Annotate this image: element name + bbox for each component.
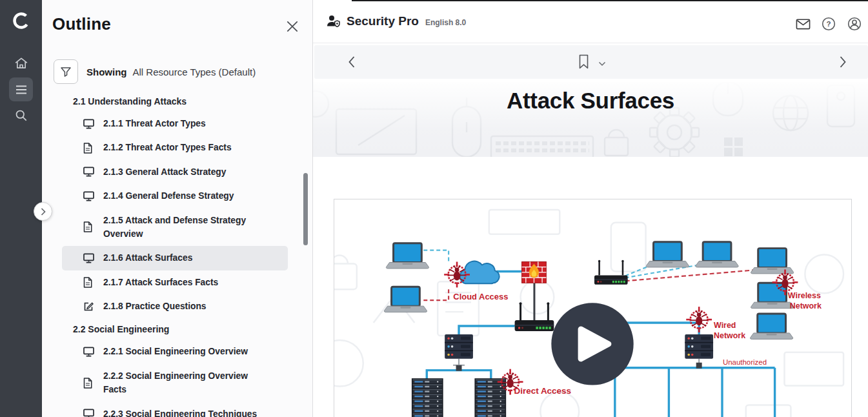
outline-item-label: 2.2.2 Social Engineering Overview Facts bbox=[103, 369, 270, 397]
chevron-down-icon bbox=[598, 61, 606, 66]
outline-item[interactable]: 2.1.5 Attack and Defense Strategy Overvi… bbox=[62, 208, 288, 247]
outline-item[interactable]: 2.1.4 General Defense Strategy bbox=[62, 184, 288, 208]
laptop-icon bbox=[696, 242, 738, 267]
laptop-icon bbox=[751, 314, 793, 339]
resource-filter-value: All Resource Types (Default) bbox=[133, 66, 256, 77]
outline-section-label: 2.2 Social Engineering bbox=[42, 318, 308, 340]
course-security-icon bbox=[326, 14, 341, 30]
help-icon: ? bbox=[822, 17, 836, 31]
bookmark-menu-button[interactable] bbox=[598, 57, 606, 69]
close-outline-button[interactable] bbox=[285, 19, 299, 34]
outline-item-label: 2.2.1 Social Engineering Overview bbox=[103, 345, 248, 358]
monitor-icon bbox=[83, 191, 95, 201]
unauthorized-label: Unauthorized bbox=[723, 358, 767, 366]
help-button[interactable]: ? bbox=[822, 17, 836, 31]
wireless-network-label-2: Network bbox=[790, 301, 822, 310]
outline-item-label: 2.2.3 Social Engineering Techniques bbox=[103, 407, 257, 417]
outline-panel-title: Outline bbox=[52, 14, 111, 34]
cloud-access-label: Cloud Access bbox=[453, 292, 508, 301]
c-logo-icon bbox=[11, 10, 32, 31]
outline-item-label: 2.1.5 Attack and Defense Strategy Overvi… bbox=[103, 214, 270, 241]
profile-icon bbox=[847, 17, 862, 31]
contents-button[interactable] bbox=[9, 77, 33, 101]
outline-section-label: 2.1 Understanding Attacks bbox=[42, 90, 308, 112]
search-icon bbox=[14, 108, 28, 123]
close-icon bbox=[285, 19, 299, 34]
home-icon bbox=[14, 57, 28, 70]
course-language-version: English 8.0 bbox=[425, 18, 466, 27]
firewall-icon bbox=[522, 262, 547, 283]
home-button[interactable] bbox=[0, 51, 42, 76]
document-icon bbox=[83, 143, 95, 154]
outline-item[interactable]: 2.2.2 Social Engineering Overview Facts bbox=[62, 364, 288, 402]
menu-icon bbox=[15, 85, 28, 95]
main-content: Security Pro English 8.0 ? bbox=[313, 0, 868, 417]
chevron-right-icon bbox=[839, 56, 847, 68]
outline-item[interactable]: 2.1.6 Attack Surfaces bbox=[62, 246, 288, 270]
outline-item-label: 2.1.3 General Attack Strategy bbox=[103, 165, 226, 179]
outline-item[interactable]: 2.2.1 Social Engineering Overview bbox=[62, 340, 288, 363]
switch-icon bbox=[685, 334, 713, 359]
monitor-icon bbox=[83, 253, 95, 263]
monitor-icon bbox=[83, 167, 95, 177]
outline-panel: Outline Showing All Resource Types (Defa… bbox=[42, 0, 313, 417]
network-diagram: Cloud Access Direct Access Wireless Netw… bbox=[334, 199, 851, 417]
switch-icon bbox=[445, 334, 473, 359]
next-lesson-button[interactable] bbox=[839, 56, 848, 68]
attack-bug-icon bbox=[686, 307, 712, 332]
filter-button[interactable] bbox=[54, 59, 78, 84]
brand-logo bbox=[0, 10, 42, 31]
outline-item[interactable]: 2.1.3 General Attack Strategy bbox=[62, 160, 288, 184]
filter-funnel-icon bbox=[60, 66, 72, 77]
chevron-left-icon bbox=[348, 56, 356, 68]
search-button[interactable] bbox=[0, 103, 42, 128]
laptop-icon bbox=[646, 242, 689, 267]
document-icon bbox=[83, 277, 95, 288]
bookmark-controls bbox=[578, 54, 606, 72]
outline-item[interactable]: 2.1.7 Attack Surfaces Facts bbox=[62, 270, 288, 294]
outline-item-label: 2.1.4 General Defense Strategy bbox=[103, 189, 234, 203]
resource-filter-row: Showing All Resource Types (Default) bbox=[54, 59, 256, 84]
outline-scrollbar[interactable] bbox=[303, 173, 308, 245]
video-player[interactable]: Cloud Access Direct Access Wireless Netw… bbox=[334, 199, 852, 417]
outline-item[interactable]: 2.1.2 Threat Actor Types Facts bbox=[62, 136, 288, 159]
course-identity: Security Pro English 8.0 bbox=[326, 12, 466, 28]
wired-network-label-2: Network bbox=[714, 331, 745, 340]
showing-label: Showing bbox=[86, 66, 127, 77]
messages-button[interactable] bbox=[796, 17, 810, 31]
profile-button[interactable] bbox=[847, 17, 862, 31]
monitor-icon bbox=[83, 119, 95, 129]
laptop-icon bbox=[386, 243, 429, 269]
header-actions: ? bbox=[796, 17, 862, 31]
document-icon bbox=[83, 378, 95, 389]
monitor-icon bbox=[83, 409, 95, 417]
outline-item[interactable]: 2.1.1 Threat Actor Types bbox=[62, 112, 288, 136]
outline-item-label: 2.1.8 Practice Questions bbox=[103, 300, 207, 313]
laptop-icon bbox=[384, 287, 427, 312]
outline-list: 2.1 Understanding Attacks2.1.1 Threat Ac… bbox=[42, 90, 308, 417]
course-title: Security Pro bbox=[347, 14, 419, 28]
svg-text:?: ? bbox=[826, 20, 831, 28]
previous-lesson-button[interactable] bbox=[348, 56, 357, 68]
wired-network-label-1: Wired bbox=[714, 321, 736, 330]
document-icon bbox=[83, 221, 95, 232]
panel-collapse-button[interactable] bbox=[34, 202, 52, 221]
mail-icon bbox=[796, 17, 811, 31]
outline-item[interactable]: 2.2.3 Social Engineering Techniques bbox=[62, 402, 288, 417]
outline-item-label: 2.1.6 Attack Surfaces bbox=[103, 251, 192, 265]
play-button[interactable] bbox=[551, 303, 633, 385]
outline-item-label: 2.1.1 Threat Actor Types bbox=[103, 117, 206, 130]
practice-icon bbox=[83, 301, 95, 312]
laptop-icon bbox=[751, 249, 794, 274]
chevron-right-icon bbox=[40, 207, 46, 216]
server-rack-icon bbox=[412, 378, 443, 417]
outline-item[interactable]: 2.1.8 Practice Questions bbox=[62, 294, 288, 318]
outline-item-label: 2.1.7 Attack Surfaces Facts bbox=[103, 276, 218, 289]
wireless-network-label-1: Wireless bbox=[788, 291, 821, 300]
app: Outline Showing All Resource Types (Defa… bbox=[0, 0, 868, 417]
bookmark-icon bbox=[578, 54, 589, 69]
bookmark-button[interactable] bbox=[578, 54, 589, 72]
lesson-title-banner: Attack Surfaces bbox=[313, 82, 868, 157]
course-header: Security Pro English 8.0 ? bbox=[313, 1, 868, 43]
monitor-icon bbox=[83, 347, 95, 357]
